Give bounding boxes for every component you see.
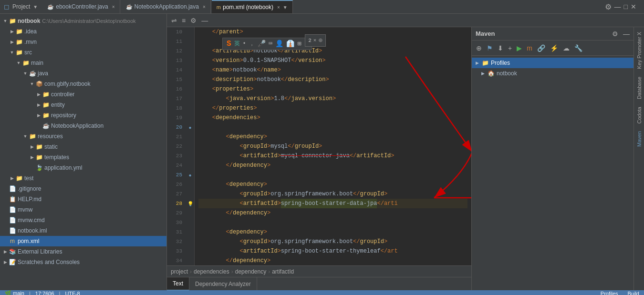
align-icon[interactable]: ≡: [180, 16, 187, 25]
sidebar-item-extlibs[interactable]: ▶ 📚 External Libraries: [0, 246, 166, 257]
edge-maven[interactable]: Maven: [635, 128, 643, 150]
sidebar-item-notbookiml[interactable]: 📄 notbook.iml: [0, 225, 166, 236]
edge-database[interactable]: Database: [635, 74, 643, 102]
code-content[interactable]: </parent> S 英 •: [195, 27, 471, 265]
mic-icon[interactable]: 🎤: [258, 39, 266, 49]
maven-flag-icon[interactable]: ⚑: [485, 43, 494, 53]
sidebar-item-scratches[interactable]: ▶ 📝 Scratches and Consoles: [0, 257, 166, 267]
sidebar-item-label: test: [24, 175, 33, 182]
folder-icon: 📁: [15, 28, 23, 35]
maven-plus-icon[interactable]: +: [507, 43, 513, 53]
window-close-icon[interactable]: ✕: [631, 3, 636, 10]
popup-close[interactable]: ×: [313, 36, 317, 45]
popup-settings[interactable]: ⊕: [318, 36, 322, 45]
tab-dependency-analyzer[interactable]: Dependency Analyzer: [189, 277, 257, 291]
tab-pom-close[interactable]: ×: [277, 5, 280, 10]
sidebar-item-label: .gitignore: [18, 185, 41, 192]
sidebar-item-templates[interactable]: ▶ 📁 templates: [0, 152, 166, 163]
line-num-18: 18: [167, 103, 182, 113]
line-num-22: 22: [167, 142, 182, 151]
sidebar-item-application[interactable]: 🍃 application.yml: [0, 163, 166, 173]
settings-icon[interactable]: ⚙: [605, 2, 612, 11]
sidebar-item-java[interactable]: ▼ ☕ java: [0, 68, 166, 79]
sidebar-item-mvnwcmd[interactable]: 📄 mvnw.cmd: [0, 215, 166, 225]
maven-wrench-icon[interactable]: 🔧: [573, 43, 584, 53]
sidebar-item-src[interactable]: ▼ 📁 src: [0, 47, 166, 58]
grid-icon[interactable]: ⊞: [297, 39, 301, 49]
arrow-icon: ▼: [22, 134, 29, 139]
dropdown-icon[interactable]: ▼: [33, 4, 38, 10]
sidebar-item-label: application.yml: [44, 164, 82, 171]
sidebar-item-static[interactable]: ▶ 📁 static: [0, 142, 166, 152]
gutter-14: [186, 65, 194, 75]
gutter: ● ● 💡: [186, 27, 195, 265]
project-icon: ◻: [4, 3, 10, 10]
maven-cloud-icon[interactable]: ☁: [561, 43, 571, 53]
maven-toolbar: ⊕ ⚑ ⬇ + ▶ m 🔗 ⚡ ☁ 🔧: [472, 41, 634, 56]
sidebar-item-mvn[interactable]: ▶ 📁 .mvn: [0, 37, 166, 47]
gutter-12: [186, 46, 194, 56]
maven-close-icon[interactable]: —: [623, 30, 630, 38]
tab-ebook[interactable]: ☕ ebookController.java ×: [42, 0, 120, 13]
tab-notebook[interactable]: ☕ NotebookApplication.java ×: [121, 0, 211, 13]
sidebar-item-helpmd[interactable]: 📋 HELP.md: [0, 194, 166, 204]
gutter-31: [186, 227, 194, 237]
sidebar-item-mvnw[interactable]: 📄 mvnw: [0, 204, 166, 215]
sidebar-item-label: HELP.md: [18, 196, 42, 203]
person-icon[interactable]: 👤: [275, 39, 283, 49]
sidebar-item-entity[interactable]: ▶ 📁 entity: [0, 100, 166, 110]
keyboard-icon[interactable]: ⌨: [269, 39, 272, 49]
maven-m-icon[interactable]: m: [525, 43, 534, 53]
status-build-btn[interactable]: Build: [628, 291, 639, 295]
shirt-icon[interactable]: 👔: [286, 39, 294, 49]
sidebar-item-test[interactable]: ▶ 📁 test: [0, 173, 166, 183]
sidebar-item-pomxml[interactable]: m pom.xml: [0, 236, 166, 246]
maven-item-notbook[interactable]: ▶ 🏠 notbook: [472, 68, 634, 79]
gutter-16: [186, 84, 194, 94]
line-num-17: 17: [167, 94, 182, 103]
sidebar-item-resources[interactable]: ▼ 📁 resources: [0, 131, 166, 142]
yaml-icon: 🍃: [35, 164, 43, 171]
floating-toolbar: S 英 • ， 🎤 ⌨ 👤 👔 ⊞: [222, 38, 312, 50]
tab-dropdown-icon[interactable]: ▼: [283, 5, 288, 10]
tab-notebook-close[interactable]: ×: [203, 4, 206, 10]
maven-download-icon[interactable]: ⬇: [496, 43, 505, 53]
sidebar-item-main[interactable]: ▼ 📁 main: [0, 58, 166, 68]
minus-icon[interactable]: —: [200, 16, 209, 25]
gutter-28: 💡: [186, 199, 194, 208]
sidebar-item-notebookapp[interactable]: ☕ NotebookApplication: [0, 121, 166, 131]
tab-pom[interactable]: m pom.xml (notebook) × ▼: [212, 0, 293, 13]
notbook-label: notbook: [497, 70, 517, 77]
sidebar-item-repository[interactable]: ▶ 📁 repository: [0, 110, 166, 121]
edge-codota[interactable]: Codota: [635, 104, 643, 126]
minimize-icon[interactable]: —: [614, 3, 621, 10]
code-line-25: [198, 170, 467, 180]
structure-icon[interactable]: ⚙: [189, 16, 198, 25]
maven-item-profiles[interactable]: ▶ 📁 Profiles: [472, 58, 634, 68]
edge-key-promoter[interactable]: Key Promoter X: [635, 29, 643, 72]
popup-count: 2: [308, 36, 312, 45]
arrow-icon: ▶: [35, 102, 42, 107]
status-profiles-btn[interactable]: Profiles: [601, 291, 618, 295]
arrow-icon: ▶: [29, 155, 35, 160]
maven-add-icon[interactable]: ⊕: [475, 43, 483, 53]
sidebar-item-com[interactable]: ▼ 📦 com.gblfy.notbook: [0, 79, 166, 89]
line-num-19: 19: [167, 113, 182, 122]
editor-tabs: ☕ ebookController.java × ☕ NotebookAppli…: [42, 0, 604, 13]
gutter-29: [186, 208, 194, 218]
sidebar-item-label: pom.xml: [18, 238, 39, 244]
tab-ebook-close[interactable]: ×: [112, 4, 115, 10]
reformat-icon[interactable]: ⇌: [170, 16, 178, 25]
breadcrumb-dependency: dependency: [235, 268, 266, 275]
maven-refresh-icon[interactable]: ⚡: [549, 43, 560, 53]
sidebar-item-notbook[interactable]: ▼ 📁 notbook C:\Users\Administrator\Deskt…: [0, 16, 166, 26]
maven-settings-icon[interactable]: ⚙: [612, 30, 618, 38]
tab-text[interactable]: Text: [167, 277, 189, 291]
maven-run-icon[interactable]: ▶: [515, 43, 523, 53]
maven-link-icon[interactable]: 🔗: [536, 43, 547, 53]
sidebar-item-gitignore[interactable]: 📄 .gitignore: [0, 183, 166, 194]
sidebar-item-controller[interactable]: ▶ 📁 controller: [0, 89, 166, 100]
code-line-33: <artifactId>spring-boot-starter-thymelea…: [198, 246, 467, 256]
maximize-icon[interactable]: □: [624, 3, 628, 10]
sidebar-item-idea[interactable]: ▶ 📁 .idea: [0, 26, 166, 37]
